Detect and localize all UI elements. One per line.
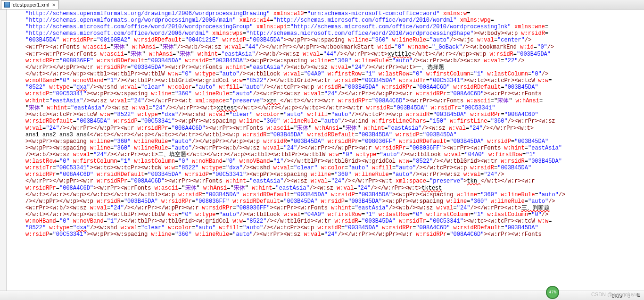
watermark: CSDN @wangqiuyun <box>591 292 640 297</box>
tab-bar: fctestpaper1.xml ✕ <box>0 0 644 9</box>
tab-filename: fctestpaper1.xml <box>11 2 50 8</box>
close-icon[interactable]: ✕ <box>52 2 56 8</box>
xml-file-icon <box>4 2 10 8</box>
progress-pct: 47% <box>549 290 556 295</box>
file-tab[interactable]: fctestpaper1.xml ✕ <box>1 0 59 9</box>
progress-badge[interactable]: 47% <box>546 286 559 299</box>
gutter <box>0 9 7 291</box>
editor-wrap: "http://schemas.openxmlformats.org/drawi… <box>0 9 644 291</box>
code-area[interactable]: "http://schemas.openxmlformats.org/drawi… <box>7 9 644 291</box>
